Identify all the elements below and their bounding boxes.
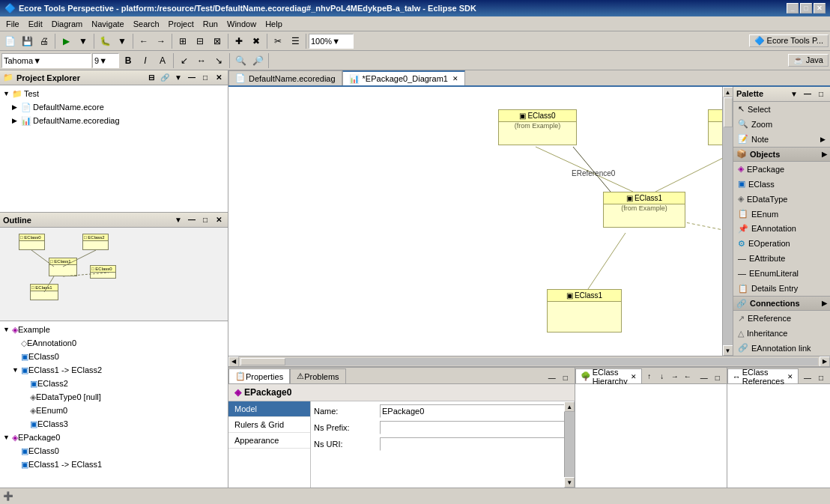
zoom-out[interactable]: 🔎	[249, 52, 266, 69]
outline-canvas[interactable]: □ EClass0 □ EClass2 □ EClass1 □ EClass0 …	[0, 228, 228, 321]
hier-action-1[interactable]: ↑	[643, 370, 655, 382]
outline-minimize-btn[interactable]: —	[186, 214, 198, 226]
palette-item-eattribute[interactable]: — EAttribute	[733, 251, 830, 266]
menu-window[interactable]: Window	[222, 18, 261, 30]
scroll-thumb[interactable]	[724, 97, 733, 127]
font-size-dropdown[interactable]: 9▼	[92, 53, 119, 68]
hier-action-4[interactable]: ←	[682, 370, 694, 382]
palette-section-objects[interactable]: 📦 Objects ▶	[733, 147, 830, 162]
diagram-btn1[interactable]: ✚	[231, 33, 247, 49]
palette-max-btn[interactable]: □	[815, 88, 827, 100]
hier-max-btn[interactable]: □	[712, 371, 724, 383]
menu-help[interactable]: Help	[261, 18, 287, 30]
diagram-btn2[interactable]: ✖	[248, 33, 264, 49]
tree-epackage0[interactable]: ▼ ◈ EPackage0	[0, 431, 228, 444]
prop-sidebar-model[interactable]: Model	[228, 401, 310, 417]
font-family-dropdown[interactable]: Tahoma▼	[1, 53, 91, 68]
nsuri-input[interactable]	[380, 437, 572, 451]
palette-item-note[interactable]: 📝 Note ▶	[733, 132, 830, 147]
align-center[interactable]: ↔	[193, 52, 210, 69]
palette-menu-btn[interactable]: ▼	[788, 88, 800, 100]
palette-item-eoperation[interactable]: ⚙ EOperation	[733, 236, 830, 251]
ref-min-btn[interactable]: —	[802, 371, 814, 383]
forward-button[interactable]: →	[153, 33, 169, 49]
palette-item-eannotation[interactable]: 📌 EAnnotation	[733, 221, 830, 236]
expand-toggle[interactable]: ▼	[3, 90, 12, 97]
ecore-tools-perspective-btn[interactable]: 🔷 Ecore Tools P...	[749, 34, 829, 47]
diagram-canvas[interactable]: EReference0 0..1 ▣ EClass0 (from Example…	[228, 87, 722, 356]
prop-vscrollbar[interactable]: ▲ ▼	[564, 401, 575, 488]
prop-sidebar-appearance[interactable]: Appearance	[228, 433, 310, 449]
expand-toggle[interactable]: ▶	[12, 117, 21, 124]
tree-eannotation0[interactable]: ◇ EAnnotation0	[0, 336, 228, 350]
palette-item-epackage[interactable]: ◈ EPackage	[733, 162, 830, 177]
hier-action-3[interactable]: →	[669, 370, 681, 382]
palette-item-ereference[interactable]: ↗ EReference	[733, 311, 830, 326]
tree-pkg-eclass1-eclass1[interactable]: ▣ EClass1 -> EClass1	[0, 458, 228, 471]
tree-edatatype0[interactable]: ◈ EDataType0 [null]	[0, 390, 228, 404]
save-button[interactable]: 💾	[19, 33, 35, 49]
debug-dropdown[interactable]: ▼	[114, 33, 130, 49]
palette-min-btn[interactable]: —	[802, 88, 814, 100]
debug-button[interactable]: 🐛	[97, 33, 113, 49]
expand-icon[interactable]: ▼	[3, 434, 12, 441]
tree-eenum0[interactable]: ◈ EEnum0	[0, 404, 228, 417]
menu-project[interactable]: Project	[164, 18, 199, 30]
ecore-btn1[interactable]: ⊞	[175, 33, 191, 49]
java-perspective-btn[interactable]: ☕ Java	[788, 54, 829, 67]
ecore-btn2[interactable]: ⊟	[192, 33, 208, 49]
zoom-arrow[interactable]: ▼	[332, 37, 340, 46]
hier-min-btn[interactable]: —	[698, 371, 710, 383]
run-button[interactable]: ▶	[58, 33, 74, 49]
tree-item-test[interactable]: ▼ 📁 Test	[0, 87, 228, 100]
tab-properties[interactable]: 📋 Properties	[228, 368, 290, 383]
expand-icon[interactable]: ▼	[3, 326, 12, 333]
hscroll-thumb[interactable]	[240, 358, 285, 365]
prop-max-btn[interactable]: □	[560, 371, 572, 383]
eclass-box-eclass1-bot[interactable]: ▣ EClass1	[547, 289, 622, 333]
outline-maximize-btn[interactable]: □	[199, 214, 211, 226]
run-dropdown[interactable]: ▼	[75, 33, 91, 49]
palette-item-inheritance[interactable]: △ Inheritance	[733, 326, 830, 341]
palette-item-edatatype[interactable]: ◈ EDataType	[733, 192, 830, 207]
minimize-panel-btn[interactable]: —	[186, 72, 198, 84]
tab-problems[interactable]: ⚠ Problems	[290, 368, 345, 383]
menu-diagram[interactable]: Diagram	[47, 18, 88, 30]
close-tab[interactable]: ✕	[787, 373, 793, 380]
bold-button[interactable]: B	[120, 52, 136, 69]
menu-run[interactable]: Run	[199, 18, 222, 30]
expand-icon[interactable]: ▼	[12, 366, 21, 374]
palette-item-details-entry[interactable]: 📋 Details Entry	[733, 281, 830, 296]
eclass-box-eclass1-mid[interactable]: ▣ EClass1 (from Example)	[603, 192, 685, 228]
scroll-up[interactable]: ▲	[564, 401, 575, 412]
scroll-up-btn[interactable]: ▲	[723, 87, 733, 97]
close-button[interactable]: ✕	[814, 3, 826, 13]
scroll-right-btn[interactable]: ▶	[820, 356, 830, 367]
prop-min-btn[interactable]: —	[546, 371, 558, 383]
scroll-track[interactable]	[723, 97, 733, 345]
scroll-left-btn[interactable]: ◀	[228, 356, 239, 367]
close-panel-btn[interactable]: ✕	[213, 72, 225, 84]
outline-close-btn[interactable]: ✕	[213, 214, 225, 226]
close-tab-btn[interactable]: ✕	[452, 75, 458, 82]
prop-sidebar-rulers[interactable]: Rulers & Grid	[228, 417, 310, 433]
close-tab[interactable]: ✕	[631, 373, 637, 380]
align-left[interactable]: ↙	[176, 52, 193, 69]
palette-item-zoom[interactable]: 🔍 Zoom	[733, 117, 830, 132]
new-button[interactable]: 📄	[1, 33, 18, 49]
menu-edit[interactable]: Edit	[24, 18, 47, 30]
view-menu-btn[interactable]: ▼	[172, 72, 184, 84]
expand-toggle[interactable]: ▶	[12, 103, 21, 111]
palette-section-connections[interactable]: 🔗 Connections ▶	[733, 296, 830, 311]
tree-example[interactable]: ▼ ◈ Example	[0, 323, 228, 336]
zoom-in[interactable]: 🔍	[232, 52, 249, 69]
align-right[interactable]: ↘	[210, 52, 227, 69]
zoom-dropdown[interactable]: 100% ▼	[309, 34, 354, 49]
tab-class-references[interactable]: ↔ EClass References ✕	[727, 368, 799, 383]
minimize-button[interactable]: _	[787, 3, 799, 13]
tab-epackage0-diagram1[interactable]: 📊 *EPackage0_Diagram1 ✕	[342, 70, 465, 85]
hscroll-track[interactable]	[240, 358, 818, 365]
menu-file[interactable]: File	[1, 18, 24, 30]
palette-item-eenumliteral[interactable]: — EEnumLiteral	[733, 266, 830, 281]
nsprefix-input[interactable]	[380, 421, 572, 434]
